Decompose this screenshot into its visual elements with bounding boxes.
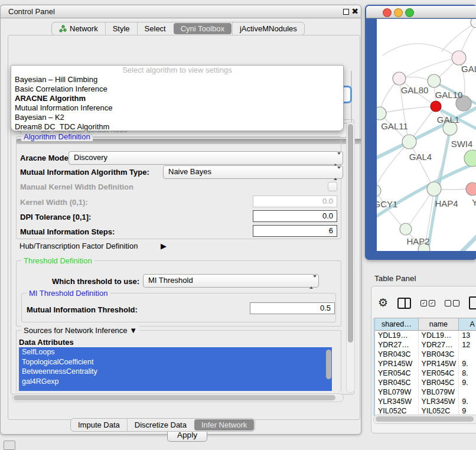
settings-gear-icon[interactable]: ⚙ — [378, 296, 388, 309]
column-header-shared[interactable]: shared… — [375, 318, 419, 330]
tab-network[interactable]: Network — [52, 22, 105, 35]
mi-type-label: Mutual Information Algorithm Type: — [20, 168, 149, 177]
manual-kernel-checkbox[interactable] — [328, 182, 337, 191]
network-node[interactable] — [471, 19, 476, 28]
which-threshold-combobox[interactable]: MI Threshold — [143, 274, 319, 288]
minimized-panel-icon[interactable] — [4, 441, 15, 450]
table-row[interactable]: YLR345WYLR345W9. — [375, 397, 476, 406]
attribute-item-betweennesscentrality[interactable]: BetweennessCentrality — [19, 367, 332, 377]
tab-label: Network — [70, 24, 98, 33]
network-node-hap2[interactable] — [400, 223, 412, 235]
attributes-list-scrollbar[interactable] — [326, 350, 331, 379]
table-horizontal-scrollbar-track[interactable] — [373, 415, 476, 424]
control-panel-titlebar[interactable]: Control Panel ✖ — [1, 5, 361, 18]
minimize-traffic-light-icon[interactable] — [394, 8, 403, 17]
tab-style[interactable]: Style — [105, 22, 137, 35]
dpi-tolerance-field[interactable]: 0.0 — [253, 210, 337, 222]
attribute-item-gal4rgexp[interactable]: gal4RGexp — [19, 377, 332, 387]
document-icon[interactable] — [469, 296, 476, 309]
table-horizontal-scrollbar-thumb[interactable] — [376, 416, 474, 422]
network-node-y[interactable] — [466, 182, 476, 195]
attribute-item-partial[interactable] — [19, 386, 332, 391]
table-row[interactable]: YBR045CYBR045C9. — [375, 378, 476, 387]
kernel-width-field[interactable]: 0.0 — [253, 195, 337, 207]
table-cell: YPR145W — [419, 359, 459, 369]
checked-boxes-icon[interactable]: ✓✓ — [420, 300, 435, 306]
hub-section-label[interactable]: Hub/Transcription Factor Definition — [19, 242, 138, 250]
attribute-item-topologicalcoefficient[interactable]: TopologicalCoefficient — [19, 357, 332, 367]
tab-cyni-toolbox[interactable]: Cyni Toolbox — [174, 23, 232, 34]
table-cell: 12 — [459, 340, 476, 350]
column-header-name[interactable]: name — [419, 318, 459, 330]
table-row[interactable]: YPR145WYPR145W9. — [375, 359, 476, 369]
network-graph: GALGAL80GAL10GAL1GAL11SWI4GAL4GCY1HAP4YH… — [377, 19, 476, 251]
aracne-mode-value: Discovery — [74, 153, 107, 162]
algorithm-option-basic-correlation-inference[interactable]: Basic Correlation Inference — [11, 84, 343, 94]
aracne-mode-combobox[interactable]: Discovery — [69, 151, 343, 165]
tab-discretize-data[interactable]: Discretize Data — [127, 419, 194, 431]
control-panel-tabbar: NetworkStyleSelectCyni ToolboxjActiveMNo… — [51, 22, 305, 35]
float-window-icon[interactable] — [343, 9, 349, 15]
algorithm-option-mutual-information-inference[interactable]: Mutual Information Inference — [11, 103, 343, 113]
table-row[interactable]: YBL079WYBL079W — [375, 387, 476, 397]
table-row[interactable]: YDL19…YDL19…13 — [375, 331, 476, 340]
collapse-arrow-icon[interactable]: ▼ — [129, 326, 137, 335]
algorithm-definition-title: Algorithm Definition — [21, 132, 93, 141]
close-icon[interactable]: ✖ — [351, 6, 358, 16]
network-node-hap4[interactable] — [427, 182, 441, 196]
algorithm-option-dream8-dc-tdc-algorithm[interactable]: Dream8 DC_TDC Algorithm — [11, 122, 343, 131]
algorithm-option-bayesian-k2[interactable]: Bayesian – K2 — [11, 113, 343, 122]
column-header-a[interactable]: A — [459, 318, 476, 330]
network-node-gal4[interactable] — [402, 135, 416, 149]
table-cell: YDR27… — [419, 340, 459, 350]
network-window-titlebar[interactable] — [366, 6, 476, 18]
network-node-gal80[interactable] — [393, 72, 406, 85]
network-node-gal11[interactable] — [377, 107, 386, 120]
node-label-gcy1: GCY1 — [377, 199, 397, 209]
table-row[interactable]: YBR043CYBR043C — [375, 350, 476, 359]
tab-label: Style — [113, 24, 130, 33]
algorithm-option-aracne-algorithm[interactable]: ARACNE Algorithm — [11, 94, 343, 103]
settings-vertical-scrollbar-thumb[interactable] — [348, 124, 353, 343]
mi-threshold-field[interactable]: 0.5 — [250, 302, 335, 314]
algorithm-option-bayesian-hill-climbing[interactable]: Bayesian – Hill Climbing — [11, 75, 343, 84]
table-row[interactable]: YER054CYER054C8. — [375, 369, 476, 378]
tab-impute-data[interactable]: Impute Data — [71, 419, 127, 431]
node-label-gal10: GAL10 — [435, 90, 463, 100]
network-node-gal[interactable] — [452, 51, 466, 65]
table-cell: YPR145W — [375, 359, 419, 369]
close-traffic-light-icon[interactable] — [383, 8, 392, 17]
settings-vertical-scrollbar-track[interactable] — [346, 122, 355, 393]
network-edge — [406, 58, 459, 77]
network-node[interactable] — [464, 150, 476, 167]
mi-type-combobox[interactable]: Naive Bayes — [163, 165, 343, 179]
network-canvas[interactable]: GALGAL80GAL10GAL1GAL11SWI4GAL4GCY1HAP4YH… — [377, 19, 476, 251]
settings-horizontal-scrollbar-thumb[interactable] — [14, 395, 335, 400]
mi-steps-field[interactable]: 6 — [253, 225, 337, 237]
tab-jactivemnodules[interactable]: jActiveMNodules — [232, 22, 304, 35]
network-edge-thick — [377, 162, 476, 219]
tab-select[interactable]: Select — [137, 22, 173, 35]
settings-horizontal-scrollbar-track[interactable] — [12, 393, 344, 402]
node-label-hap2: HAP2 — [406, 236, 429, 246]
zoom-traffic-light-icon[interactable] — [405, 8, 414, 17]
attribute-item-selfloops[interactable]: SelfLoops — [19, 347, 332, 357]
table-cell: YLR345W — [375, 397, 419, 406]
sources-group: Sources for Network Inference ▼ Data Att… — [16, 330, 341, 392]
network-node-gal10[interactable] — [428, 74, 441, 87]
table-cell: YBR045C — [375, 378, 419, 387]
network-view-window: GALGAL80GAL10GAL1GAL11SWI4GAL4GCY1HAP4YH… — [365, 5, 476, 260]
tab-infer-network[interactable]: Infer Network — [194, 419, 254, 431]
network-node-gcy1[interactable] — [377, 185, 381, 197]
algorithm-dropdown-popup: Select algorithm to view settings Bayesi… — [11, 65, 344, 131]
column-browser-icon[interactable] — [397, 298, 411, 309]
mi-threshold-definition-group: MI Threshold Definition Mutual Informati… — [21, 293, 336, 322]
data-attributes-list[interactable]: SelfLoopsTopologicalCoefficientBetweenne… — [19, 347, 332, 391]
node-table: shared…nameA YDL19…YDL19…13YDR27…YDR27…1… — [374, 318, 476, 417]
node-label-gal11: GAL11 — [381, 121, 408, 131]
table-row[interactable]: YDR27…YDR27…12 — [375, 340, 476, 350]
node-label-gal4: GAL4 — [409, 152, 432, 162]
network-node-gal1[interactable] — [431, 101, 441, 112]
unchecked-boxes-icon[interactable] — [445, 300, 459, 306]
expand-arrow-icon[interactable]: ▶ — [161, 242, 167, 250]
